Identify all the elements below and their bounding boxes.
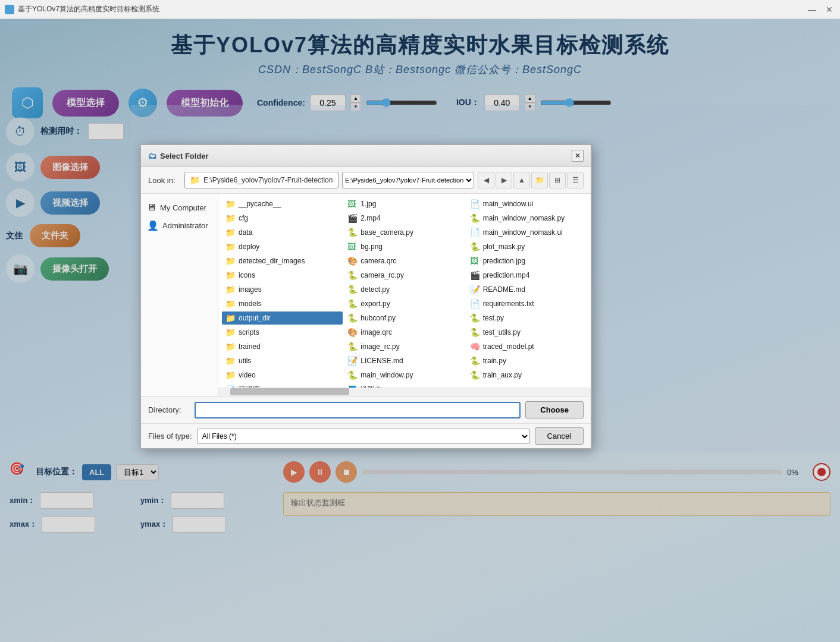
file-item[interactable]: 🎬 2.mp4 [344, 212, 465, 225]
file-item[interactable]: 🐍 image_rc.py [344, 340, 465, 353]
cancel-button[interactable]: Cancel [535, 427, 584, 445]
file-browser: 🖥 My Computer 👤 Administrator 📁 __pycach… [141, 194, 591, 396]
file-name: train.py [483, 357, 506, 365]
file-item[interactable]: 📁 scripts [222, 326, 343, 339]
file-item[interactable]: 📁 models [222, 297, 343, 310]
nav-buttons: ◀ ▶ ▲ 📁 ⊞ ☰ [478, 172, 584, 188]
file-item[interactable]: 🧠 traced_model.pt [466, 340, 587, 353]
qrc-file-icon: 🎨 [347, 256, 358, 266]
video-file-icon: 🎬 [347, 213, 358, 223]
folder-icon: 📁 [225, 213, 236, 223]
place-administrator[interactable]: 👤 Administrator [141, 216, 218, 235]
file-name: main_window_nomask.py [483, 214, 565, 222]
file-item[interactable]: 📄 main_window_nomask.ui [466, 226, 587, 239]
file-item[interactable]: 🐍 export.py [344, 297, 465, 310]
look-in-dropdown[interactable]: E:\Pyside6_yolov7\yolov7-Fruit-detection [342, 172, 474, 188]
file-name: 2.mp4 [361, 214, 380, 222]
directory-input[interactable] [195, 402, 521, 418]
look-in-path-display[interactable]: 📁 E:\Pyside6_yolov7\yolov7-Fruit-detecti… [184, 172, 338, 188]
nav-new-folder-btn[interactable]: 📁 [531, 172, 548, 188]
nav-detail-view-btn[interactable]: ☰ [567, 172, 584, 188]
file-item[interactable]: 🎬 prediction.mp4 [466, 269, 587, 282]
file-item[interactable]: 📁 trained [222, 340, 343, 353]
file-item[interactable]: 🐍 plot_mask.py [466, 240, 587, 253]
nav-back-btn[interactable]: ◀ [478, 172, 494, 188]
choose-button[interactable]: Choose [525, 401, 584, 418]
scrollbar-thumb [230, 388, 349, 395]
look-in-label: Look in: [148, 176, 181, 185]
filetype-label: Files of type: [148, 432, 192, 440]
file-name: utils [239, 357, 251, 365]
nav-forward-btn[interactable]: ▶ [496, 172, 512, 188]
file-item[interactable]: 🐍 hubconf.py [344, 311, 465, 325]
ui-file-icon: 📄 [470, 228, 481, 237]
file-item[interactable]: 🖼 bg.png [344, 240, 465, 253]
file-item[interactable]: 📁 video [222, 369, 343, 382]
file-item[interactable]: 🐍 train.py [466, 354, 587, 367]
file-name: prediction.mp4 [483, 271, 530, 279]
file-name: base_camera.py [361, 228, 413, 237]
txt-file-icon: 📄 [470, 299, 481, 309]
my-computer-label: My Computer [160, 203, 206, 212]
file-name: export.py [361, 300, 390, 308]
file-item[interactable]: 📁 images [222, 283, 343, 296]
folder-icon: 📁 [225, 299, 236, 309]
folder-icon: 📁 [225, 328, 236, 337]
python-file-icon: 🐍 [347, 342, 358, 351]
file-item[interactable]: 🐍 main_window.py [344, 369, 465, 382]
file-name: prediction.jpg [483, 257, 525, 265]
file-item[interactable]: 📁 __pycache__ [222, 197, 343, 210]
look-in-path-text: E:\Pyside6_yolov7\yolov7-Fruit-detection [203, 176, 333, 184]
file-item[interactable]: 🐍 test.py [466, 311, 587, 325]
file-name: README.md [483, 285, 525, 294]
file-item[interactable]: 🎨 camera.qrc [344, 254, 465, 268]
file-item[interactable]: 📁 data [222, 226, 343, 239]
python-file-icon: 🐍 [470, 213, 481, 223]
file-name: main_window_nomask.ui [483, 228, 563, 237]
file-item[interactable]: 📄 requirements.txt [466, 297, 587, 310]
place-my-computer[interactable]: 🖥 My Computer [141, 199, 218, 216]
files-panel: 📁 __pycache__ 🖼 1.jpg 📄 main_window.ui [218, 194, 591, 396]
window-controls: — ✕ [805, 5, 835, 14]
nav-up-btn[interactable]: ▲ [513, 172, 530, 188]
filetype-select[interactable]: All Files (*) [197, 429, 530, 444]
file-item[interactable]: 🐍 base_camera.py [344, 226, 465, 239]
file-name: plot_mask.py [483, 243, 525, 251]
file-item-selected[interactable]: 📁 output_dir [222, 311, 343, 325]
file-item[interactable]: 📁 deploy [222, 240, 343, 253]
folder-icon: 📁 [225, 228, 236, 237]
folder-icon: 📁 [225, 356, 236, 366]
file-item[interactable]: 📄 main_window.ui [466, 197, 587, 210]
app-icon [5, 5, 14, 14]
file-item[interactable]: 📁 cfg [222, 212, 343, 225]
file-item[interactable]: 📁 detected_dir_images [222, 254, 343, 268]
image-icon: 🖼 [347, 199, 358, 209]
image-icon: 🖼 [470, 256, 481, 266]
file-item[interactable]: 🐍 main_window_nomask.py [466, 212, 587, 225]
dialog-title-bar: 🗂 Select Folder ✕ [141, 145, 591, 167]
file-item[interactable]: 🖼 prediction.jpg [466, 254, 587, 268]
file-item[interactable]: 📄 环境安 [222, 383, 343, 388]
user-icon: 👤 [147, 220, 159, 231]
file-item[interactable]: 📁 utils [222, 354, 343, 367]
file-item[interactable]: 🐍 detect.py [344, 283, 465, 296]
file-item[interactable]: 📘 说明文 [344, 383, 465, 388]
close-btn[interactable]: ✕ [823, 5, 835, 14]
file-item[interactable]: 🖼 1.jpg [344, 197, 465, 210]
dialog-close-button[interactable]: ✕ [572, 150, 584, 162]
file-item[interactable]: 🐍 camera_rc.py [344, 269, 465, 282]
dialog-title-text: 🗂 Select Folder [148, 151, 209, 160]
file-item[interactable]: 📝 LICENSE.md [344, 354, 465, 367]
file-item[interactable]: 📝 README.md [466, 283, 587, 296]
file-item[interactable]: 🐍 test_utils.py [466, 326, 587, 339]
file-item[interactable]: 🐍 train_aux.py [466, 369, 587, 382]
directory-bar: Directory: Choose [141, 396, 591, 423]
nav-list-view-btn[interactable]: ⊞ [549, 172, 566, 188]
ui-file-icon: 📄 [470, 199, 481, 209]
horizontal-scrollbar[interactable] [218, 388, 591, 396]
file-item[interactable]: 🎨 image.qrc [344, 326, 465, 339]
file-item[interactable]: 📁 icons [222, 269, 343, 282]
filetype-bar: Files of type: All Files (*) Cancel [141, 423, 591, 448]
file-name: images [239, 285, 262, 294]
minimize-btn[interactable]: — [805, 5, 819, 14]
